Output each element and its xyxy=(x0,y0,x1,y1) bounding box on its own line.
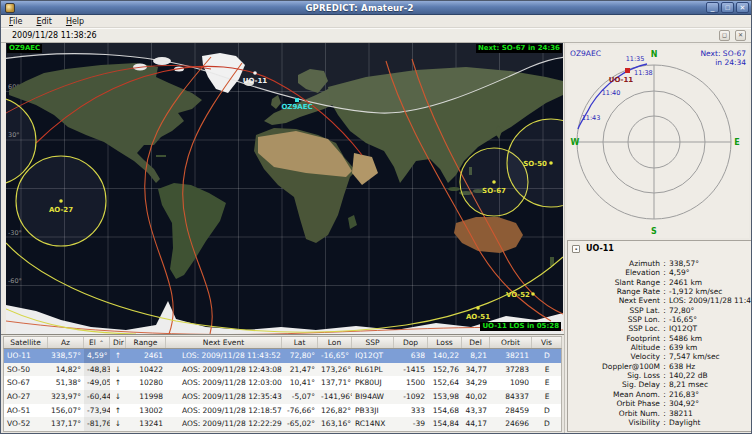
cell-dop: -1415 xyxy=(394,363,428,377)
cell-az: 323,97° xyxy=(48,390,84,404)
detach-module-button[interactable]: ◻ xyxy=(719,30,730,41)
detail-label: Orbit Phase xyxy=(568,399,660,408)
column-header-dop[interactable]: Dop xyxy=(394,337,428,348)
ground-station-label: OZ9AEC xyxy=(281,103,312,111)
satellite-label-ao-51: AO-51 xyxy=(466,313,490,321)
table-row-so-67[interactable]: SO-6751,38°-49,05°↑10280AOS: 2009/11/28 … xyxy=(4,376,561,390)
satellite-table: SatelliteAzEl⌃DirRangeNext EventLatLonSS… xyxy=(1,334,564,434)
detail-label: Doppler@100M xyxy=(568,362,660,371)
map-canvas: -150°-120°-90°-60°-30°0°30°60°90°120°60°… xyxy=(6,43,563,334)
polar-satellite-marker xyxy=(625,68,630,73)
cell-orbit: 84337 xyxy=(490,390,532,404)
table-row-so-50[interactable]: SO-5014,82°-48,83°↓10422AOS: 2009/11/28 … xyxy=(4,363,561,377)
detail-row: Doppler@100M:638 Hz xyxy=(568,362,752,371)
column-header-dir[interactable]: Dir xyxy=(110,337,126,348)
lat-label: -60° xyxy=(8,277,22,285)
satellite-marker-so-50[interactable] xyxy=(549,161,553,165)
cell-satellite: AO-27 xyxy=(4,390,48,404)
cell-lon: 126,82° xyxy=(318,404,352,418)
cell-dop: 333 xyxy=(394,404,428,418)
cell-ssp: RL61PL xyxy=(352,363,394,377)
column-header-del[interactable]: Del xyxy=(462,337,490,348)
detail-row: Altitude:639 km xyxy=(568,343,752,352)
menu-item-file[interactable]: File xyxy=(9,17,22,26)
cell-vis: D xyxy=(532,349,562,363)
cell-dir: ↑ xyxy=(110,349,126,363)
column-header-orbit[interactable]: Orbit xyxy=(490,337,532,348)
detail-row: Visibility:Daylight xyxy=(568,418,752,427)
satellite-marker-vo-52[interactable] xyxy=(531,292,535,296)
cell-loss: 154,68 xyxy=(428,404,462,418)
detail-value: 639 km xyxy=(669,343,752,352)
satellite-label-uo-11: UO-11 xyxy=(243,77,268,85)
cell-az: 14,82° xyxy=(48,363,84,377)
table-header: SatelliteAzEl⌃DirRangeNext EventLatLonSS… xyxy=(3,336,562,349)
table-row-uo-11[interactable]: UO-11338,57°4,59°↑2461LOS: 2009/11/28 11… xyxy=(4,349,561,363)
cell-next-event: AOS: 2009/11/28 12:35:43 xyxy=(166,390,282,404)
column-header-satellite[interactable]: Satellite xyxy=(4,337,48,348)
minimize-button[interactable]: _ xyxy=(706,2,719,13)
detail-value: IQ12QT xyxy=(669,324,752,333)
column-header-range[interactable]: Range xyxy=(126,337,166,348)
detail-value: Daylight xyxy=(669,418,752,427)
detail-row: Elevation:4,59° xyxy=(568,268,752,277)
column-header-lon[interactable]: Lon xyxy=(318,337,352,348)
column-header-el[interactable]: El⌃ xyxy=(84,337,110,348)
satellite-marker-ao-51[interactable] xyxy=(476,306,480,310)
detail-label: Visibility xyxy=(568,418,660,427)
sort-ascending-icon: ⌃ xyxy=(99,339,104,346)
polar-station-label: OZ9AEC xyxy=(570,49,601,58)
cell-dop: -1092 xyxy=(394,390,428,404)
menu-item-edit[interactable]: Edit xyxy=(36,17,52,26)
detail-value: LOS: 2009/11/28 11:43:52 xyxy=(669,296,752,305)
menu-item-help[interactable]: Help xyxy=(66,17,84,26)
right-panel: N S W E OZ9AEC Next: SO-67 in 24:34 UO-1… xyxy=(564,43,752,434)
cell-range: 13241 xyxy=(126,417,166,431)
column-header-az[interactable]: Az xyxy=(48,337,84,348)
column-header-ssp[interactable]: SSP xyxy=(352,337,394,348)
cell-dir: ↓ xyxy=(110,417,126,431)
detail-label: Footprint xyxy=(568,334,660,343)
cell-el: -73,94° xyxy=(84,404,110,418)
left-column: -150°-120°-90°-60°-30°0°30°60°90°120°60°… xyxy=(1,43,564,434)
cell-el: -60,44° xyxy=(84,390,110,404)
column-header-vis[interactable]: Vis xyxy=(532,337,562,348)
detail-row: Orbit Num.:38211 xyxy=(568,409,752,418)
cell-ssp: PK80UJ xyxy=(352,376,394,390)
expander-icon[interactable]: ▪ xyxy=(572,245,580,253)
table-row-ao-51[interactable]: AO-51156,07°-73,94°↑13002AOS: 2009/11/28… xyxy=(4,404,561,418)
cell-dop: 638 xyxy=(394,349,428,363)
satellite-marker-so-67[interactable] xyxy=(492,180,496,184)
cell-dir: ↓ xyxy=(110,363,126,377)
detail-row: Sig. Delay:8,21 msec xyxy=(568,380,752,389)
cell-vis: E xyxy=(532,363,562,377)
satellite-marker-uo-11[interactable] xyxy=(253,71,257,75)
cell-ssp: BI94AW xyxy=(352,390,394,404)
maximize-button[interactable]: □ xyxy=(721,2,734,13)
table-row-ao-27[interactable]: AO-27323,97°-60,44°↓11998AOS: 2009/11/28… xyxy=(4,390,561,404)
cell-vis: E xyxy=(532,390,562,404)
cell-orbit: 38211 xyxy=(490,349,532,363)
satellite-marker-ao-27[interactable] xyxy=(59,199,63,203)
table-body: UO-11338,57°4,59°↑2461LOS: 2009/11/28 11… xyxy=(3,349,562,432)
detail-label: Sig. Loss xyxy=(568,371,660,380)
ground-station-marker[interactable] xyxy=(295,98,299,102)
polar-plot[interactable]: N S W E OZ9AEC Next: SO-67 in 24:34 UO-1… xyxy=(567,45,749,238)
close-module-button[interactable]: ✕ xyxy=(735,30,746,41)
detail-value: 4,59° xyxy=(669,268,752,277)
table-row-vo-52[interactable]: VO-52137,17°-81,76°↓13241AOS: 2009/11/28… xyxy=(4,417,561,431)
column-header-next-event[interactable]: Next Event xyxy=(166,337,282,348)
cell-dir: ↑ xyxy=(110,404,126,418)
column-header-lat[interactable]: Lat xyxy=(282,337,318,348)
compass-east: E xyxy=(734,138,739,147)
pass-time-label: 11:38 xyxy=(634,69,653,77)
cell-del: 43,37 xyxy=(462,404,490,418)
world-map[interactable]: -150°-120°-90°-60°-30°0°30°60°90°120°60°… xyxy=(6,43,563,334)
cell-lat: 72,80° xyxy=(282,349,318,363)
detail-row: Next Event:LOS: 2009/11/28 11:43:52 xyxy=(568,296,752,305)
cell-loss: 153,98 xyxy=(428,390,462,404)
close-button[interactable]: ✕ xyxy=(736,2,749,13)
title-bar: GPREDICT: Amateur-2 _ □ ✕ xyxy=(1,1,751,15)
satellite-label-vo-52: VO-52 xyxy=(506,291,530,299)
column-header-loss[interactable]: Loss xyxy=(428,337,462,348)
